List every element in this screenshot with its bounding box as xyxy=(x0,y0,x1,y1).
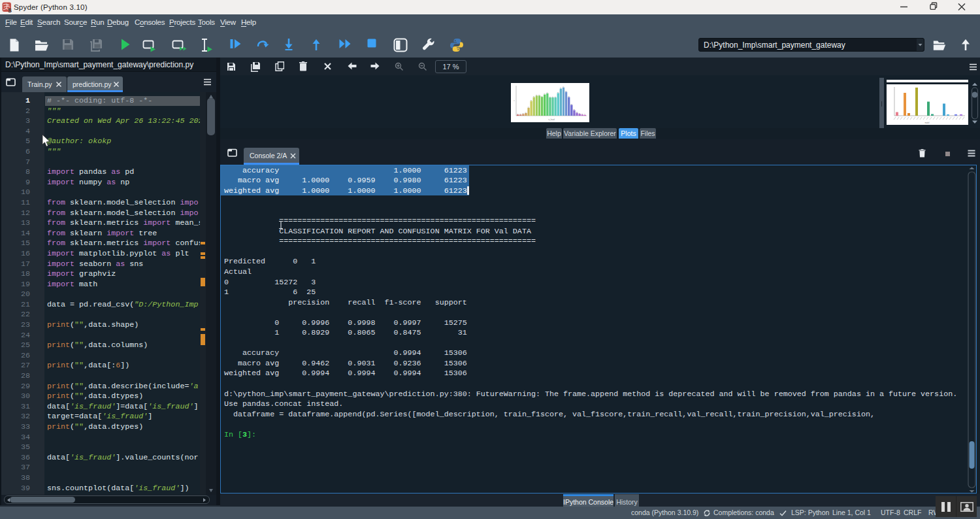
svg-text:model: model xyxy=(924,122,929,124)
svg-text:is_fraud: is_fraud xyxy=(548,118,555,121)
svg-text:s: s xyxy=(8,6,12,13)
